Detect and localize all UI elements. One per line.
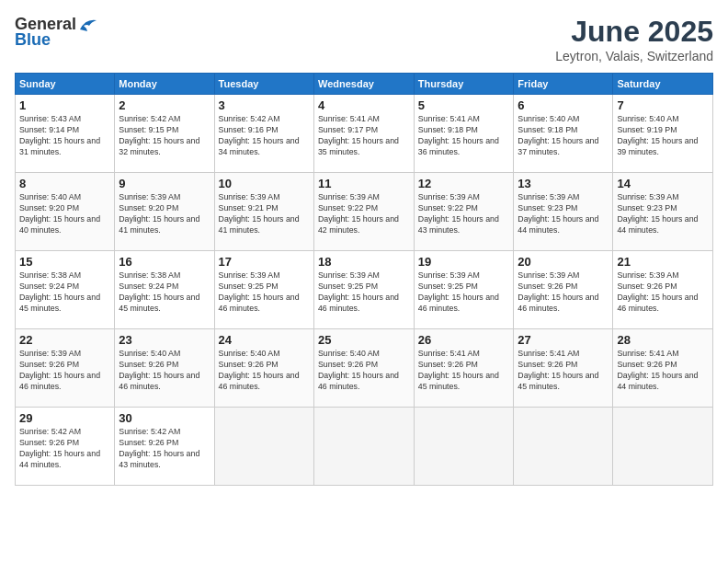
calendar-cell: 2Sunrise: 5:42 AMSunset: 9:15 PMDaylight…	[115, 95, 214, 173]
day-info: Sunrise: 5:40 AMSunset: 9:18 PMDaylight:…	[518, 114, 609, 158]
page: General Blue June 2025 Leytron, Valais, …	[0, 0, 728, 563]
day-number: 22	[19, 333, 110, 347]
day-number: 6	[518, 98, 609, 112]
day-info: Sunrise: 5:39 AMSunset: 9:22 PMDaylight:…	[318, 192, 410, 236]
day-number: 11	[318, 177, 410, 190]
day-info: Sunrise: 5:41 AMSunset: 9:26 PMDaylight:…	[418, 349, 510, 393]
calendar-week-5: 29Sunrise: 5:42 AMSunset: 9:26 PMDayligh…	[16, 408, 713, 486]
calendar-cell: 14Sunrise: 5:39 AMSunset: 9:23 PMDayligh…	[613, 173, 713, 251]
day-info: Sunrise: 5:41 AMSunset: 9:26 PMDaylight:…	[518, 349, 609, 393]
day-number: 5	[418, 98, 510, 112]
day-number: 3	[219, 98, 310, 112]
calendar-cell: 26Sunrise: 5:41 AMSunset: 9:26 PMDayligh…	[414, 329, 514, 408]
day-info: Sunrise: 5:42 AMSunset: 9:16 PMDaylight:…	[219, 114, 310, 158]
day-number: 25	[318, 333, 410, 347]
day-info: Sunrise: 5:39 AMSunset: 9:23 PMDaylight:…	[617, 192, 709, 236]
day-info: Sunrise: 5:40 AMSunset: 9:26 PMDaylight:…	[318, 349, 410, 393]
calendar-cell	[613, 408, 713, 486]
day-number: 28	[617, 333, 709, 347]
day-info: Sunrise: 5:40 AMSunset: 9:19 PMDaylight:…	[617, 114, 709, 158]
calendar-cell: 12Sunrise: 5:39 AMSunset: 9:22 PMDayligh…	[414, 173, 514, 251]
calendar-cell: 24Sunrise: 5:40 AMSunset: 9:26 PMDayligh…	[214, 329, 313, 408]
calendar-week-2: 8Sunrise: 5:40 AMSunset: 9:20 PMDaylight…	[16, 173, 713, 251]
day-info: Sunrise: 5:39 AMSunset: 9:25 PMDaylight:…	[318, 270, 410, 315]
day-number: 4	[318, 98, 410, 112]
calendar-cell: 18Sunrise: 5:39 AMSunset: 9:25 PMDayligh…	[313, 251, 414, 329]
day-number: 1	[19, 98, 110, 112]
day-info: Sunrise: 5:43 AMSunset: 9:14 PMDaylight:…	[19, 114, 110, 158]
day-info: Sunrise: 5:41 AMSunset: 9:18 PMDaylight:…	[418, 114, 510, 158]
calendar-week-1: 1Sunrise: 5:43 AMSunset: 9:14 PMDaylight…	[16, 95, 713, 173]
day-number: 12	[418, 177, 510, 190]
day-info: Sunrise: 5:39 AMSunset: 9:26 PMDaylight:…	[19, 349, 110, 393]
calendar-cell: 10Sunrise: 5:39 AMSunset: 9:21 PMDayligh…	[214, 173, 313, 251]
logo-blue: Blue	[15, 30, 51, 50]
month-title: June 2025	[555, 15, 713, 49]
day-info: Sunrise: 5:38 AMSunset: 9:24 PMDaylight:…	[19, 270, 110, 315]
day-number: 15	[19, 255, 110, 269]
day-number: 21	[617, 255, 709, 269]
calendar-cell: 29Sunrise: 5:42 AMSunset: 9:26 PMDayligh…	[16, 408, 115, 486]
day-info: Sunrise: 5:39 AMSunset: 9:23 PMDaylight:…	[518, 192, 609, 236]
day-number: 23	[119, 333, 210, 347]
day-number: 9	[119, 177, 210, 190]
col-header-sunday: Sunday	[16, 74, 115, 95]
col-header-saturday: Saturday	[613, 74, 713, 95]
location: Leytron, Valais, Switzerland	[555, 49, 713, 63]
day-info: Sunrise: 5:39 AMSunset: 9:26 PMDaylight:…	[617, 270, 709, 315]
logo: General Blue	[15, 15, 98, 50]
calendar-cell	[414, 408, 514, 486]
day-info: Sunrise: 5:40 AMSunset: 9:20 PMDaylight:…	[19, 192, 110, 236]
day-info: Sunrise: 5:42 AMSunset: 9:26 PMDaylight:…	[19, 427, 110, 471]
day-number: 14	[617, 177, 709, 190]
day-info: Sunrise: 5:40 AMSunset: 9:26 PMDaylight:…	[219, 349, 310, 393]
day-number: 7	[617, 98, 709, 112]
calendar-week-3: 15Sunrise: 5:38 AMSunset: 9:24 PMDayligh…	[16, 251, 713, 329]
day-number: 27	[518, 333, 609, 347]
day-info: Sunrise: 5:38 AMSunset: 9:24 PMDaylight:…	[119, 270, 210, 315]
day-number: 30	[119, 411, 210, 425]
calendar-cell: 6Sunrise: 5:40 AMSunset: 9:18 PMDaylight…	[514, 95, 613, 173]
calendar-header-row: SundayMondayTuesdayWednesdayThursdayFrid…	[16, 74, 713, 95]
calendar-cell	[214, 408, 313, 486]
calendar-cell: 11Sunrise: 5:39 AMSunset: 9:22 PMDayligh…	[313, 173, 414, 251]
day-number: 18	[318, 255, 410, 269]
calendar-cell: 19Sunrise: 5:39 AMSunset: 9:25 PMDayligh…	[414, 251, 514, 329]
col-header-thursday: Thursday	[414, 74, 514, 95]
calendar-week-4: 22Sunrise: 5:39 AMSunset: 9:26 PMDayligh…	[16, 329, 713, 408]
day-number: 2	[119, 98, 210, 112]
day-number: 17	[219, 255, 310, 269]
day-number: 13	[518, 177, 609, 190]
day-info: Sunrise: 5:39 AMSunset: 9:25 PMDaylight:…	[219, 270, 310, 315]
header: General Blue June 2025 Leytron, Valais, …	[15, 15, 713, 63]
calendar-cell	[313, 408, 414, 486]
calendar-cell: 4Sunrise: 5:41 AMSunset: 9:17 PMDaylight…	[313, 95, 414, 173]
day-number: 10	[219, 177, 310, 190]
calendar-cell: 1Sunrise: 5:43 AMSunset: 9:14 PMDaylight…	[16, 95, 115, 173]
day-number: 8	[19, 177, 110, 190]
calendar-table: SundayMondayTuesdayWednesdayThursdayFrid…	[15, 73, 713, 486]
calendar-cell: 22Sunrise: 5:39 AMSunset: 9:26 PMDayligh…	[16, 329, 115, 408]
col-header-tuesday: Tuesday	[214, 74, 313, 95]
calendar-cell	[514, 408, 613, 486]
day-number: 24	[219, 333, 310, 347]
calendar-cell: 13Sunrise: 5:39 AMSunset: 9:23 PMDayligh…	[514, 173, 613, 251]
col-header-monday: Monday	[115, 74, 214, 95]
day-number: 20	[518, 255, 609, 269]
day-info: Sunrise: 5:39 AMSunset: 9:21 PMDaylight:…	[219, 192, 310, 236]
calendar-cell: 9Sunrise: 5:39 AMSunset: 9:20 PMDaylight…	[115, 173, 214, 251]
day-info: Sunrise: 5:39 AMSunset: 9:26 PMDaylight:…	[518, 270, 609, 315]
calendar-cell: 21Sunrise: 5:39 AMSunset: 9:26 PMDayligh…	[613, 251, 713, 329]
calendar-cell: 27Sunrise: 5:41 AMSunset: 9:26 PMDayligh…	[514, 329, 613, 408]
logo-bird-icon	[78, 17, 98, 33]
calendar-cell: 30Sunrise: 5:42 AMSunset: 9:26 PMDayligh…	[115, 408, 214, 486]
day-number: 29	[19, 411, 110, 425]
calendar-cell: 23Sunrise: 5:40 AMSunset: 9:26 PMDayligh…	[115, 329, 214, 408]
calendar-cell: 20Sunrise: 5:39 AMSunset: 9:26 PMDayligh…	[514, 251, 613, 329]
title-section: June 2025 Leytron, Valais, Switzerland	[555, 15, 713, 63]
calendar-cell: 25Sunrise: 5:40 AMSunset: 9:26 PMDayligh…	[313, 329, 414, 408]
calendar-cell: 28Sunrise: 5:41 AMSunset: 9:26 PMDayligh…	[613, 329, 713, 408]
day-info: Sunrise: 5:39 AMSunset: 9:25 PMDaylight:…	[418, 270, 510, 315]
day-info: Sunrise: 5:39 AMSunset: 9:22 PMDaylight:…	[418, 192, 510, 236]
day-number: 26	[418, 333, 510, 347]
